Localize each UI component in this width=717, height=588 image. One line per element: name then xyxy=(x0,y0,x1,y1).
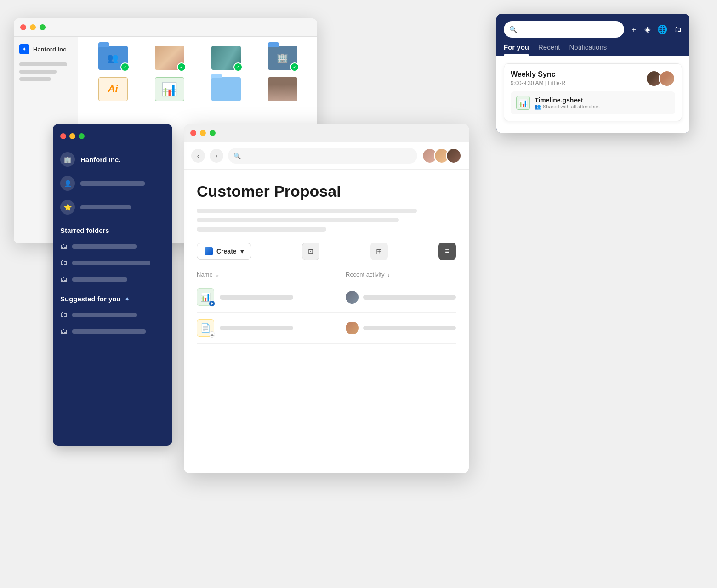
doc-emoji: 📄 xyxy=(200,323,211,333)
event-title: Weekly Sync xyxy=(511,70,565,79)
starred-folders-title: Starred folders xyxy=(53,219,172,238)
document-title: Customer Proposal xyxy=(197,182,456,200)
weekly-sync-card[interactable]: Weekly Sync 9:00-9:30 AM | Little-R 📊 Ti… xyxy=(504,63,682,121)
tab-notifications[interactable]: Notifications xyxy=(569,43,607,56)
layers-icon[interactable]: ◈ xyxy=(644,24,651,34)
main-titlebar xyxy=(184,124,469,142)
check-badge-4: ✓ xyxy=(290,62,299,72)
add-icon[interactable]: ＋ xyxy=(630,24,638,35)
doc-file-row-icon: 📄 ☁ xyxy=(197,319,214,337)
notif-search-bar[interactable]: 🔍 xyxy=(504,21,624,38)
close-button-main[interactable] xyxy=(190,130,196,136)
minimize-button-back[interactable] xyxy=(30,24,36,30)
notif-panel-bottom xyxy=(496,129,689,133)
back-file-shared-folder[interactable]: 👥 ✓ xyxy=(87,46,138,70)
person-nav-icon: 👤 xyxy=(60,176,75,191)
folder-icon[interactable]: 🗂 xyxy=(674,25,682,34)
avatar-woman xyxy=(659,70,675,87)
lp-minimize-button[interactable] xyxy=(69,133,75,139)
file-row-1[interactable]: 📊 + xyxy=(197,282,456,313)
create-button[interactable]: Create ▾ xyxy=(197,243,251,260)
back-file-fashion[interactable]: ✓ xyxy=(144,46,195,70)
file-shared-label: 👥 Shared with all attendees xyxy=(535,104,670,110)
back-company-name: Hanford Inc. xyxy=(33,46,68,53)
event-avatars xyxy=(646,70,675,87)
notif-body: Weekly Sync 9:00-9:30 AM | Little-R 📊 Ti… xyxy=(496,56,689,129)
file-row-right-1 xyxy=(346,291,456,304)
main-content: Customer Proposal Create ▾ ⊡ ⊞ ≡ Name ⌄ … xyxy=(184,170,469,464)
tab-for-you[interactable]: For you xyxy=(504,43,529,56)
starred-folder-1[interactable]: 🗂 xyxy=(53,238,172,254)
back-file-folder-light[interactable] xyxy=(200,77,251,101)
starred-folder-bar-3 xyxy=(72,277,127,282)
folder-icon-1: 🗂 xyxy=(60,242,68,250)
suggested-folder-icon-1: 🗂 xyxy=(60,311,68,319)
suggested-folder-2[interactable]: 🗂 xyxy=(53,323,172,339)
back-file-building[interactable]: 🏢 ✓ xyxy=(257,46,308,70)
doc-line-3 xyxy=(197,227,326,232)
starred-folder-2[interactable]: 🗂 xyxy=(53,254,172,271)
suggested-section-header: Suggested for you ✦ xyxy=(53,288,172,306)
star-nav-bar xyxy=(80,205,131,209)
grid-view-button[interactable]: ⊞ xyxy=(370,243,388,260)
globe-icon[interactable]: 🌐 xyxy=(657,24,667,34)
create-toolbar: Create ▾ ⊡ ⊞ ≡ xyxy=(197,243,456,260)
minimize-button-main[interactable] xyxy=(200,130,206,136)
back-file-sheets[interactable]: 📊 xyxy=(144,77,195,101)
file-row-left-1: 📊 + xyxy=(197,288,346,306)
nav-item-person[interactable]: 👤 xyxy=(53,171,172,195)
back-files-row1: 👥 ✓ ✓ ✓ xyxy=(87,46,308,70)
folder-icon-2: 🗂 xyxy=(60,259,68,267)
close-button-back[interactable] xyxy=(20,24,26,30)
card-header: Weekly Sync 9:00-9:30 AM | Little-R xyxy=(511,70,675,87)
list-view-button[interactable]: ≡ xyxy=(438,243,456,260)
col-name-header[interactable]: Name ⌄ xyxy=(197,271,346,278)
back-sidebar-logo: ✦ Hanford Inc. xyxy=(19,44,72,54)
file-name: Timeline.gsheet xyxy=(535,96,670,104)
lp-maximize-button[interactable] xyxy=(79,133,85,139)
check-badge-2: ✓ xyxy=(177,62,186,72)
starred-folder-bar-1 xyxy=(72,244,137,249)
sheets-file-icon: 📊 xyxy=(155,77,184,101)
back-file-ai[interactable]: Ai xyxy=(87,77,138,101)
file-name-bar-1 xyxy=(220,295,293,300)
left-sidebar-panel: 🏢 Hanford Inc. 👤 ⭐ Starred folders 🗂 🗂 🗂… xyxy=(53,124,172,446)
nav-item-starred[interactable]: ⭐ xyxy=(53,195,172,219)
company-name: Hanford Inc. xyxy=(80,156,121,164)
back-file-person[interactable] xyxy=(257,77,308,101)
col-activity-arrow: ↓ xyxy=(387,272,390,277)
maximize-button-main[interactable] xyxy=(210,130,216,136)
maximize-button-back[interactable] xyxy=(40,24,46,30)
suggested-folder-bar-2 xyxy=(72,329,146,334)
plus-badge: + xyxy=(209,300,215,307)
forward-nav-button[interactable]: › xyxy=(210,149,223,163)
check-badge-3: ✓ xyxy=(233,62,243,72)
col-activity-header[interactable]: Recent activity ↓ xyxy=(346,271,456,278)
row-avatar-2 xyxy=(346,322,358,334)
notif-tabs: For you Recent Notifications xyxy=(496,38,689,56)
notif-file-row[interactable]: 📊 Timeline.gsheet 👥 Shared with all atte… xyxy=(511,91,675,114)
person-thumbnail xyxy=(268,77,297,101)
create-label: Create xyxy=(216,248,237,255)
tab-recent[interactable]: Recent xyxy=(538,43,560,56)
nav-item-company[interactable]: 🏢 Hanford Inc. xyxy=(53,147,172,171)
back-file-teal[interactable]: ✓ xyxy=(200,46,251,70)
ai-view-button[interactable]: ⊡ xyxy=(302,243,319,260)
main-toolbar: ‹ › 🔍 xyxy=(184,142,469,170)
shared-icon: 👥 xyxy=(535,104,541,110)
suggested-folder-1[interactable]: 🗂 xyxy=(53,306,172,323)
file-table-header: Name ⌄ Recent activity ↓ xyxy=(197,267,456,282)
lp-close-button[interactable] xyxy=(60,133,66,139)
back-nav-button[interactable]: ‹ xyxy=(191,149,205,163)
starred-folder-3[interactable]: 🗂 xyxy=(53,271,172,288)
cloud-badge: ☁ xyxy=(209,331,215,338)
folder-people-icon: 👥 xyxy=(107,53,119,62)
sparkle-icon: ✦ xyxy=(125,295,130,303)
main-search-bar[interactable]: 🔍 xyxy=(228,148,417,164)
left-panel-titlebar xyxy=(53,133,172,147)
doc-line-2 xyxy=(197,218,399,222)
notification-panel: 🔍 ＋ ◈ 🌐 🗂 For you Recent Notifications W… xyxy=(496,14,689,133)
collab-avatar-3 xyxy=(446,148,461,164)
main-search-icon: 🔍 xyxy=(233,153,241,159)
file-row-2[interactable]: 📄 ☁ xyxy=(197,313,456,344)
